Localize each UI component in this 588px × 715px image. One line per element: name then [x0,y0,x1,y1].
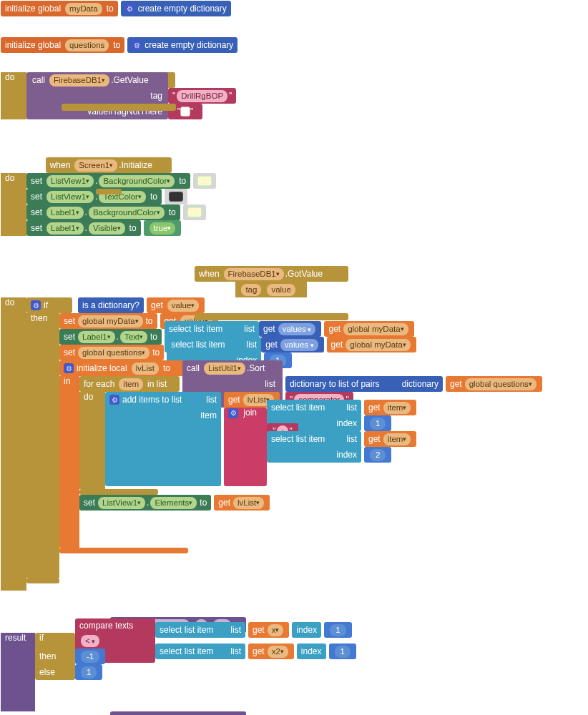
create-empty-dictionary[interactable]: create empty dictionary [127,37,237,53]
component-firebasedb1[interactable]: FirebaseDB1 [224,268,284,280]
get-values[interactable]: get values [259,321,321,337]
var-item[interactable]: item [383,402,411,414]
component-listview1[interactable]: ListView1 [98,497,145,509]
get-lvlist[interactable]: get lvList [214,495,270,511]
init-global-questions[interactable]: initialize global questions to [1,37,124,53]
component-listview1[interactable]: ListView1 [46,175,94,187]
var-global-questions[interactable]: global questions [78,347,150,359]
param-value[interactable]: value [267,284,295,296]
join[interactable]: join [224,408,267,486]
var-name-questions[interactable]: questions [65,39,109,51]
get-x[interactable]: get x [248,622,289,638]
set-label: set [64,347,75,358]
var-global-mydata[interactable]: global myData [343,323,408,335]
lt-operator[interactable]: < [81,635,99,647]
gear-icon[interactable] [125,4,135,14]
true-label[interactable]: true [150,222,176,235]
create-dict-label: create empty dictionary [144,40,233,50]
var-value[interactable]: value [167,300,200,312]
property-bg[interactable]: BackgroundColor [89,207,165,219]
get-item[interactable]: get item [364,431,416,447]
get-label: get [450,379,462,389]
get-label: get [265,340,278,350]
is-a-dictionary[interactable]: is a dictionary? [78,297,144,313]
component-listview1[interactable]: ListView1 [46,191,94,203]
property-bg[interactable]: BackgroundColor [99,175,175,187]
component-firebasedb1[interactable]: FirebaseDB1 [49,74,109,87]
num-1: 1 [330,624,346,636]
component-listutil1[interactable]: ListUtil1 [204,363,245,375]
empty-text[interactable] [180,107,190,117]
dict-to-pairs[interactable]: dictionary to list of pairs dictionary [285,376,443,392]
set-listview1-bg[interactable]: set ListView1 . BackgroundColor to [26,173,190,189]
if-block[interactable]: if [26,297,72,313]
else-label: else [35,664,75,680]
var-global-questions[interactable]: global questions [465,378,536,390]
property-visible[interactable]: Visible [89,222,125,235]
set-global-questions[interactable]: set global questions to [59,345,164,360]
select-list-item[interactable]: select list item list [155,622,245,638]
set-label1-bg[interactable]: set Label1 . BackgroundColor to [26,204,180,220]
boolean-true[interactable]: true [144,220,182,236]
var-lvlist[interactable]: lvList [233,497,264,509]
gear-icon[interactable] [64,363,74,373]
to-label: to [169,207,176,217]
select-list-item[interactable]: select list item list index [267,431,361,463]
create-empty-dictionary[interactable]: create empty dictionary [121,1,231,16]
tag-value[interactable]: DrillRgBOP [177,90,227,102]
list-label: list [230,625,241,635]
arg-list-label: list [265,379,278,389]
init-global-mydata[interactable]: initialize global myData to [1,1,118,16]
gear-icon[interactable] [109,395,119,405]
param-tag[interactable]: tag [241,284,261,296]
values-label[interactable]: values [280,339,318,351]
gear-icon[interactable] [132,40,142,50]
sli-label: select list item [271,434,325,444]
number-2[interactable]: 2 [364,447,391,463]
get-global-mydata[interactable]: get global myData [327,337,416,352]
var-item[interactable]: item [383,433,411,445]
var-global-mydata[interactable]: global myData [346,339,411,351]
var-lvlist[interactable]: lvList [132,363,159,375]
number-1[interactable]: 1 [324,622,351,638]
number-1[interactable]: 1 [75,664,102,680]
call-getvalue[interactable]: call FirebaseDB1 .GetValue tag valueIfTa… [26,72,168,119]
set-listview1-elements[interactable]: set ListView1 . Elements to [79,495,211,511]
component-label1[interactable]: Label1 [46,207,84,219]
when-firebasedb1-gotvalue[interactable]: when FirebaseDB1 .GotValue [195,266,348,282]
component-label1[interactable]: Label1 [46,222,84,235]
for-each-item[interactable]: for each item in list [79,376,180,392]
get-global-mydata[interactable]: get global myData [324,321,413,337]
set-label1-text[interactable]: set Label1 . Text to [59,329,162,345]
when-screen1-initialize[interactable]: when Screen1 .Initialize [46,157,172,173]
get-global-questions[interactable]: get global questions [446,376,542,392]
quote-close: " [190,107,193,117]
init-local-lvlist[interactable]: initialize local lvList to [59,360,185,376]
values-label[interactable]: values [278,323,316,335]
color-value[interactable] [183,204,206,220]
color-value[interactable] [193,173,216,189]
number-1[interactable]: 1 [364,415,391,431]
set-label1-visible[interactable]: set Label1 . Visible to [26,220,141,236]
number-neg1[interactable]: -1 [75,649,105,664]
property-elements[interactable]: Elements [150,497,197,509]
var-name-mydata[interactable]: myData [65,3,102,15]
gear-icon[interactable] [228,408,238,418]
get-item[interactable]: get item [364,400,416,415]
get-value[interactable]: get value [147,297,205,313]
get-values[interactable]: get values [261,337,323,352]
var-x[interactable]: x [268,624,284,636]
property-text[interactable]: Text [120,331,147,343]
set-global-mydata[interactable]: set global myData to [59,313,157,329]
var-global-mydata[interactable]: global myData [78,315,143,327]
set-listview1-tc[interactable]: set ListView1 . TextColor to [26,189,162,204]
add-items-to-list[interactable]: add items to list list item [105,392,221,486]
var-item[interactable]: item [119,378,143,390]
component-screen1[interactable]: Screen1 [74,159,117,172]
component-label1[interactable]: Label1 [78,331,115,343]
gear-icon[interactable] [31,300,41,310]
result-label: result [1,633,35,711]
text-tag[interactable]: " DrillRgBOP " [168,88,236,104]
color-value[interactable] [165,189,187,204]
to-label: to [179,176,186,186]
